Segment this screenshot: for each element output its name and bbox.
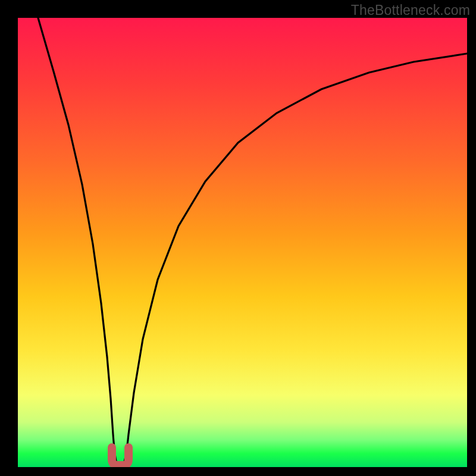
watermark-text: TheBottleneck.com — [351, 2, 470, 18]
min-marker — [112, 447, 129, 465]
curve-path — [38, 18, 467, 464]
chart-frame: TheBottleneck.com — [0, 0, 476, 476]
bottleneck-curve — [18, 18, 467, 467]
plot-area — [18, 18, 467, 467]
